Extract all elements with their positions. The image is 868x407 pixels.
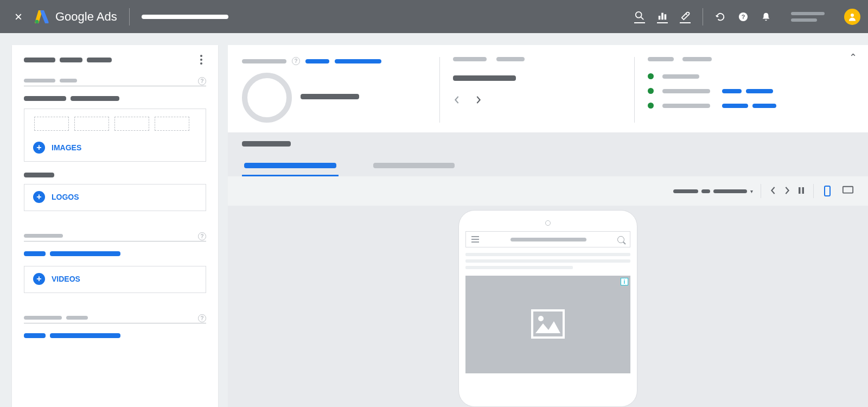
image-slot[interactable] xyxy=(34,117,69,131)
plus-icon: + xyxy=(33,142,45,154)
strength-label xyxy=(301,94,359,99)
add-logos-button[interactable]: + LOGOS xyxy=(24,184,206,211)
preview-stage: i xyxy=(228,206,868,407)
image-thumbnails xyxy=(24,109,206,135)
app-header: × Google Ads ? xyxy=(0,0,868,33)
search-icon[interactable] xyxy=(634,10,645,23)
panel-title xyxy=(24,58,112,62)
section-heading xyxy=(24,96,206,101)
section-heading xyxy=(24,173,206,177)
link-placeholder[interactable] xyxy=(305,59,329,63)
campaign-name-placeholder xyxy=(142,15,228,19)
separator xyxy=(813,184,814,198)
notifications-icon[interactable] xyxy=(761,11,771,22)
plus-icon: + xyxy=(33,273,45,285)
svg-point-16 xyxy=(538,316,544,321)
account-switcher[interactable] xyxy=(783,12,832,22)
add-images-button[interactable]: + IMAGES xyxy=(24,135,206,161)
close-button[interactable]: × xyxy=(8,9,29,24)
suggestion-text xyxy=(453,75,516,81)
preview-pause-button[interactable] xyxy=(797,186,806,197)
preview-column: ⌃ ? xyxy=(228,45,868,407)
svg-rect-10 xyxy=(802,187,805,194)
separator xyxy=(129,8,130,26)
checklist-item xyxy=(648,103,838,109)
image-placeholder-icon xyxy=(531,309,565,339)
separator xyxy=(439,57,440,123)
link-text[interactable] xyxy=(24,333,206,338)
field-input[interactable]: ? xyxy=(24,316,206,323)
help-icon[interactable]: ? xyxy=(198,232,206,240)
collapse-button[interactable]: ⌃ xyxy=(849,52,857,63)
text-line-placeholder xyxy=(465,266,573,269)
svg-text:?: ? xyxy=(742,13,745,20)
reports-icon[interactable] xyxy=(657,10,668,23)
images-box: + IMAGES xyxy=(24,109,206,162)
field-input[interactable]: ? xyxy=(24,234,206,241)
suggestion-block xyxy=(453,57,621,123)
separator xyxy=(703,8,703,26)
refresh-icon[interactable] xyxy=(715,11,726,22)
chevron-down-icon: ▾ xyxy=(750,188,753,194)
placement-dropdown[interactable]: ▾ xyxy=(673,188,753,194)
preview-label xyxy=(242,141,291,147)
help-icon[interactable]: ? xyxy=(198,314,206,322)
status-dot-icon xyxy=(648,73,654,79)
image-slot[interactable] xyxy=(114,117,149,131)
svg-point-1 xyxy=(636,11,642,17)
svg-rect-5 xyxy=(665,14,667,20)
label-placeholder xyxy=(242,59,286,63)
user-avatar[interactable] xyxy=(844,9,860,25)
checklist-item xyxy=(648,88,838,94)
phone-frame: i xyxy=(458,210,637,407)
header-utils: ? xyxy=(715,9,860,25)
help-icon[interactable]: ? xyxy=(738,11,749,22)
svg-rect-3 xyxy=(659,16,661,20)
ad-strength-block: ? xyxy=(242,57,426,123)
ad-assets-panel: ? + IMAGES + LOGOS xyxy=(12,45,218,407)
device-mobile-button[interactable] xyxy=(821,185,833,197)
preview-tab-1[interactable] xyxy=(242,156,339,176)
help-icon[interactable]: ? xyxy=(292,57,300,65)
search-icon xyxy=(617,236,624,243)
text-line-placeholder xyxy=(465,259,630,263)
svg-point-8 xyxy=(851,14,854,17)
ad-strength-ring xyxy=(242,73,292,123)
ad-preview-image: i xyxy=(465,276,630,373)
hamburger-icon xyxy=(471,236,479,243)
header-tools xyxy=(634,10,691,23)
summary-panel: ⌃ ? xyxy=(228,45,868,132)
help-icon[interactable]: ? xyxy=(198,77,206,85)
svg-rect-4 xyxy=(661,12,663,20)
status-dot-icon xyxy=(648,103,654,109)
image-slot[interactable] xyxy=(74,117,109,131)
next-suggestion-button[interactable] xyxy=(475,96,486,105)
separator xyxy=(634,57,635,123)
phone-speaker-icon xyxy=(545,220,551,226)
preview-next-button[interactable] xyxy=(783,186,792,197)
preview-header xyxy=(228,132,868,176)
preview-tab-2[interactable] xyxy=(371,156,457,176)
app-logo[interactable]: Google Ads xyxy=(35,10,117,24)
preview-toolbar: ▾ xyxy=(228,176,868,206)
svg-rect-9 xyxy=(799,187,801,194)
text-line-placeholder xyxy=(465,253,630,256)
device-desktop-button[interactable] xyxy=(842,185,854,197)
prev-suggestion-button[interactable] xyxy=(453,96,464,105)
field-final-url[interactable]: ? xyxy=(24,79,206,86)
plus-icon: + xyxy=(33,191,45,203)
svg-rect-15 xyxy=(532,310,564,338)
preview-prev-button[interactable] xyxy=(769,186,777,197)
preview-tabs xyxy=(242,156,854,176)
checklist-block xyxy=(648,57,854,123)
link-text[interactable] xyxy=(24,251,206,256)
add-videos-button[interactable]: + VIDEOS xyxy=(24,266,206,293)
svg-rect-13 xyxy=(843,187,853,193)
ad-info-icon[interactable]: i xyxy=(621,278,628,285)
link-placeholder[interactable] xyxy=(335,59,381,63)
app-title: Google Ads xyxy=(55,10,117,24)
tools-icon[interactable] xyxy=(680,10,691,23)
panel-menu-button[interactable] xyxy=(196,55,206,65)
image-slot[interactable] xyxy=(155,117,189,131)
separator xyxy=(761,184,761,198)
